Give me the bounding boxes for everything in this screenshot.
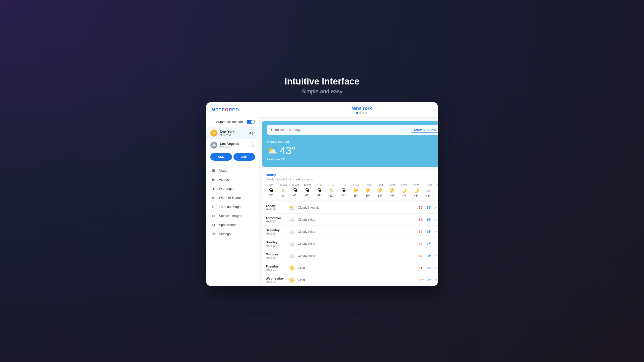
forecast-temps-1: 56° / 35° <box>409 218 431 221</box>
hour-icon: ☀️ <box>377 188 383 193</box>
city-dots <box>352 112 372 114</box>
forecast-row-5[interactable]: Tuesday MAR 21 ☀️ Clear 51° / 29° ↗ 8 - … <box>262 262 438 274</box>
expand-los-angeles-button[interactable]: ▾ <box>250 142 255 148</box>
sidebar-item-satellite-images[interactable]: ⊡ Satellite Images <box>206 211 259 220</box>
city-info-los-angeles: Los Angeles California <box>220 142 247 149</box>
hourly-title: Hourly <box>266 173 276 177</box>
forecast-date: MAR 19 <box>266 244 286 247</box>
hour-item-8: 5 PM ☀️ 55° <box>362 184 373 197</box>
wind-arrow-0: ↗ <box>434 206 437 210</box>
nav-label-forecast-maps: Forecast Maps <box>219 205 240 209</box>
show-graphic-button[interactable]: SHOW GRAPHIC <box>411 127 438 133</box>
nav-label-weather-radar: Weather Radar <box>219 196 241 200</box>
news-icon: ▦ <box>211 168 216 172</box>
hour-label: 10 AM <box>280 184 287 187</box>
city-name-los-angeles: Los Angeles <box>220 142 247 146</box>
hour-temp: 55° <box>354 194 358 197</box>
sidebar-item-appearance[interactable]: ◑ Appearance <box>206 220 259 229</box>
wind-arrow-2: ↗ <box>434 230 437 234</box>
dot-3[interactable] <box>362 112 364 114</box>
forecast-wind-3: ↗ 18 - 33 mph <box>434 242 438 246</box>
current-time: 10:58 AM Thursday <box>271 128 301 132</box>
temp-high-6: 56° <box>419 278 424 282</box>
city-item-new-york[interactable]: ⛅ New York New York 43° <box>206 127 259 139</box>
sidebar-item-forecast-maps[interactable]: ◫ Forecast Maps <box>206 202 259 211</box>
hour-icon: 🌤 <box>317 188 322 193</box>
weather-card: 10:58 AM Thursday SHOW GRAPHIC 💬 ↗ Cloud… <box>262 121 438 167</box>
weather-radar-icon: ◎ <box>211 196 216 200</box>
forecast-date: MAR 17 <box>266 220 286 223</box>
forecast-day-5: Tuesday MAR 21 <box>266 264 286 271</box>
hour-item-9: 6 PM ☀️ 54° <box>374 184 385 197</box>
dot-1[interactable] <box>356 112 358 114</box>
hour-label: 3 PM <box>341 184 346 187</box>
wind-arrow-1: ↗ <box>434 218 437 222</box>
hourly-section: Hourly › Cloudy intervals for the next f… <box>262 170 438 200</box>
temp-high-2: 53° <box>419 230 424 234</box>
forecast-day-name: Saturday <box>266 228 286 232</box>
temp-low-3: 27° <box>427 242 432 246</box>
edit-locations-button[interactable]: EDIT <box>233 153 255 161</box>
sidebar-item-videos[interactable]: ▶ Videos <box>206 175 259 184</box>
forecast-row-2[interactable]: Saturday MAR 18 ☁️ Cloudy skies 53° / 35… <box>262 226 438 238</box>
forecast-row-1[interactable]: Tomorrow MAR 17 ☁️ Cloudy skies 56° / 35… <box>262 214 438 226</box>
hour-label: 1 PM <box>316 184 322 187</box>
location-toggle[interactable] <box>247 120 255 124</box>
automatic-location-label: Automatic location <box>216 120 244 124</box>
wind-arrow-3: ↗ <box>434 242 437 246</box>
forecast-row-6[interactable]: Wednesday MAR 22 ☀️ Clear 56° / 29° ↗ 11… <box>262 274 438 286</box>
sidebar-item-news[interactable]: ▦ News <box>206 166 259 175</box>
forecast-temps-0: 56° / 29° <box>409 206 431 209</box>
dot-4[interactable] <box>365 112 367 114</box>
forecast-row-0[interactable]: Today MAR 16 ⛅ Cloudy intervals 56° / 29… <box>262 202 438 214</box>
sidebar-item-settings[interactable]: ⚙ Settings <box>206 229 259 238</box>
forecast-date: MAR 22 <box>266 280 286 283</box>
nav-label-warnings: Warnings <box>219 187 232 191</box>
hour-item-0: AM 🌤 35° <box>266 184 277 197</box>
forecast-wind-2: ↗ 16 - 28 mph <box>434 230 438 234</box>
forecast-date: MAR 18 <box>266 232 286 235</box>
hour-icon: ☀️ <box>353 188 358 193</box>
hour-label: 2 PM <box>329 184 334 187</box>
hour-temp: 52° <box>330 194 334 197</box>
forecast-icon-5: ☀️ <box>288 265 295 271</box>
forecast-desc-5: Clear <box>298 266 406 270</box>
sidebar-item-warnings[interactable]: ▲ Warnings <box>206 184 259 193</box>
city-name-new-york: New York <box>220 130 247 133</box>
wind-arrow-6: ↗ <box>434 278 437 282</box>
sidebar-item-weather-radar[interactable]: ◎ Weather Radar <box>206 193 259 202</box>
forecast-desc-4: Cloudy skies <box>298 254 406 258</box>
weather-main: ⛅ 43° <box>267 145 296 157</box>
forecast-desc-1: Cloudy skies <box>298 218 406 221</box>
forecast-icon-0: ⛅ <box>288 205 295 211</box>
nav-items: ▦ News ▶ Videos ▲ Warnings ◎ Weather Rad… <box>206 164 259 240</box>
weather-left: Cloudy intervals ⛅ 43° Feels like 38° <box>267 140 296 161</box>
hour-icon: ☁️ <box>437 188 438 193</box>
hour-item-1: 10 AM ⛅ 39° <box>278 184 289 197</box>
forecast-icon-3: ☁️ <box>288 241 295 247</box>
temp-low-6: 29° <box>427 278 432 282</box>
hour-temp: 47° <box>402 194 406 197</box>
hour-label: 11 AM <box>292 184 299 187</box>
hour-item-14: 11 PM ☁️ 39° <box>435 184 438 197</box>
hour-icon: 🌤 <box>305 188 310 193</box>
city-item-los-angeles[interactable]: ☁️ Los Angeles California ▾ <box>206 139 259 151</box>
hourly-header: Hourly › <box>262 170 438 178</box>
hour-label: 9 PM <box>413 184 419 187</box>
forecast-icon-1: ☁️ <box>288 217 295 223</box>
forecast-section: Today MAR 16 ⛅ Cloudy intervals 56° / 29… <box>262 202 438 286</box>
settings-icon: ⚙ <box>211 232 216 236</box>
forecast-day-2: Saturday MAR 18 <box>266 228 286 235</box>
forecast-row-4[interactable]: Monday MAR 20 ☁️ Cloudy skies 49° / 25° … <box>262 250 438 262</box>
dot-2[interactable] <box>359 112 361 114</box>
temp-high-1: 56° <box>419 218 424 221</box>
forecast-row-3[interactable]: Sunday MAR 19 ☁️ Cloudy skies 42° / 27° … <box>262 238 438 250</box>
forecast-icon-2: ☁️ <box>288 229 295 235</box>
hour-icon: ☁️ <box>425 188 431 193</box>
add-location-button[interactable]: ADD <box>210 153 232 161</box>
forecast-day-6: Wednesday MAR 22 <box>266 277 286 283</box>
app-window: METEORED ⊙ Automatic location ⛅ New York… <box>206 102 438 286</box>
forecast-icon-4: ☁️ <box>288 253 295 259</box>
warnings-icon: ▲ <box>211 187 216 191</box>
forecast-day-name: Today <box>266 204 286 208</box>
